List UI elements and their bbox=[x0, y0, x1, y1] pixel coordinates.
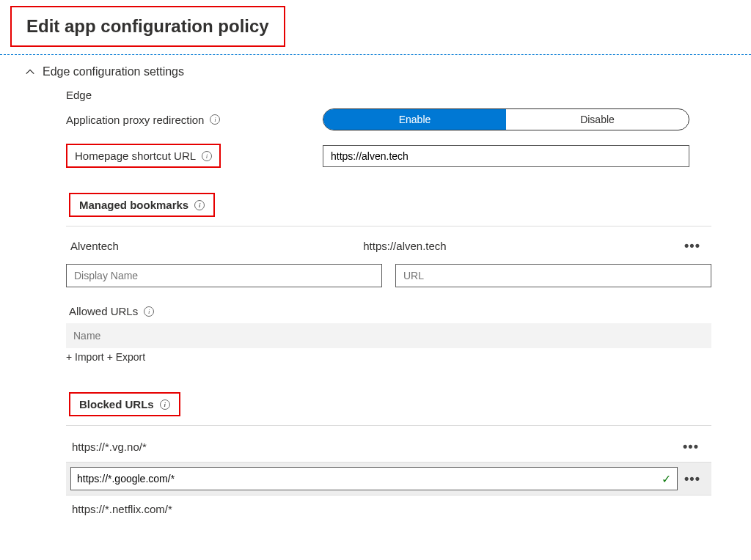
page-title: Edit app configuration policy bbox=[10, 6, 285, 47]
info-icon[interactable]: i bbox=[210, 114, 220, 125]
proxy-toggle[interactable]: Enable Disable bbox=[323, 108, 689, 130]
edge-heading: Edge bbox=[66, 89, 711, 101]
export-button[interactable]: + Export bbox=[107, 351, 146, 363]
blocked-url-row: https://*.netflix.com/* bbox=[66, 495, 711, 523]
info-icon[interactable]: i bbox=[160, 399, 170, 410]
proxy-label: Application proxy redirection bbox=[66, 114, 204, 126]
bookmark-url-input[interactable] bbox=[395, 264, 711, 287]
section-toggle[interactable]: Edge configuration settings bbox=[0, 55, 751, 89]
info-icon[interactable]: i bbox=[202, 151, 212, 161]
bookmark-row: Alventech https://alven.tech ••• bbox=[66, 232, 711, 259]
proxy-disable-option[interactable]: Disable bbox=[506, 109, 689, 130]
managed-bookmarks-title: Managed bookmarks bbox=[79, 199, 188, 211]
proxy-enable-option[interactable]: Enable bbox=[323, 109, 506, 130]
import-button[interactable]: + Import bbox=[66, 351, 104, 363]
allowed-urls-title: Allowed URLs bbox=[69, 305, 138, 317]
info-icon[interactable]: i bbox=[144, 306, 154, 317]
homepage-label: Homepage shortcut URL bbox=[75, 150, 196, 162]
more-icon[interactable]: ••• bbox=[678, 471, 707, 487]
section-title: Edge configuration settings bbox=[43, 65, 184, 78]
more-icon[interactable]: ••• bbox=[676, 439, 706, 454]
allowed-url-input[interactable] bbox=[66, 323, 711, 348]
bookmark-url: https://alven.tech bbox=[363, 240, 678, 252]
bookmark-name: Alventech bbox=[70, 240, 363, 252]
blocked-url-edit-input[interactable] bbox=[77, 473, 662, 485]
blocked-urls-title: Blocked URLs bbox=[79, 398, 154, 410]
blocked-url-row-editing: ✓ ••• bbox=[66, 463, 711, 495]
info-icon[interactable]: i bbox=[194, 200, 205, 210]
divider bbox=[66, 425, 711, 426]
blocked-url-text: https://*.vg.no/* bbox=[72, 441, 676, 453]
blocked-url-row: https://*.vg.no/* ••• bbox=[66, 432, 711, 463]
divider bbox=[66, 226, 711, 226]
check-icon[interactable]: ✓ bbox=[662, 472, 671, 486]
homepage-url-input[interactable] bbox=[323, 145, 689, 167]
bookmark-name-input[interactable] bbox=[66, 264, 382, 287]
blocked-url-text: https://*.netflix.com/* bbox=[72, 503, 706, 515]
more-icon[interactable]: ••• bbox=[678, 238, 707, 254]
chevron-up-icon bbox=[25, 67, 35, 77]
